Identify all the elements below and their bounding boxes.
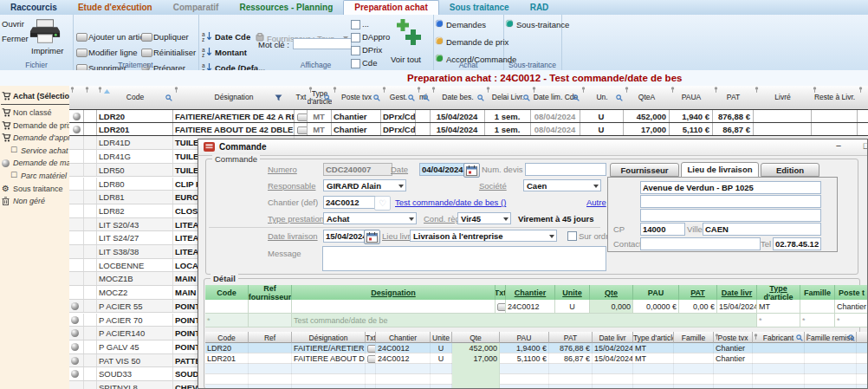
entry-cell-famille[interactable]: [800, 300, 835, 314]
detail-row-ldr201[interactable]: LDR201FAITIERE ABOUT DE 42 DB24C0012U17,…: [205, 353, 868, 364]
list-header-famille-remise[interactable]: Famille remise: [805, 332, 857, 343]
entry-cell-famille[interactable]: *: [800, 314, 835, 327]
cp-field[interactable]: [640, 223, 685, 236]
address-line1-field[interactable]: [640, 181, 821, 194]
ville-field[interactable]: [703, 223, 821, 236]
list-header-famille[interactable]: Famille: [674, 332, 714, 343]
entry-cell-pau[interactable]: 0,0000 €: [633, 300, 679, 314]
address-line3-field[interactable]: [640, 209, 821, 222]
entry-header-txt[interactable]: Txt: [496, 285, 506, 300]
societe-select[interactable]: Caen: [523, 179, 601, 191]
table-row-ldr20[interactable]: LDR20FAITIERE/ARETIER DE 42 A RECO...MTC…: [69, 109, 868, 123]
list-header-date-livr[interactable]: Date livr: [593, 332, 633, 343]
contact-field[interactable]: [640, 237, 761, 250]
address-line2-field[interactable]: [640, 195, 821, 208]
column-header-d-signation[interactable]: Désignation: [173, 86, 295, 110]
tab-preparation-achat[interactable]: Preparation achat: [343, 0, 438, 16]
sidebar-item-non-g-r[interactable]: Non géré: [0, 196, 71, 208]
column-header-txt[interactable]: Txt: [295, 86, 308, 110]
minimize-button[interactable]: −: [829, 140, 848, 153]
autre-link[interactable]: Autre: [586, 198, 606, 207]
tab-fournisseur[interactable]: Fournisseur: [610, 163, 679, 177]
tab-raccourcis[interactable]: Raccourcis: [0, 1, 68, 16]
entry-header-date-livr[interactable]: Date livr: [717, 285, 757, 300]
numero-field[interactable]: [323, 163, 392, 176]
entry-cell-des[interactable]: [292, 300, 496, 314]
list-header-d-signation[interactable]: Désignation: [292, 332, 366, 343]
column-header-gest[interactable]: Gest.: [381, 86, 417, 110]
column-header-type-d-article[interactable]: Type d'article: [308, 86, 333, 110]
open-button[interactable]: Ouvrir: [2, 19, 24, 29]
sur-ordre-checkbox[interactable]: [567, 231, 577, 241]
close-button[interactable]: Fermer: [2, 34, 29, 43]
entry-header-code[interactable]: Code: [205, 285, 249, 300]
detail-row-empty-2[interactable]: [205, 364, 868, 374]
tab-rad[interactable]: RAD: [520, 1, 560, 16]
filter-checkbox-[interactable]: [351, 20, 360, 29]
entry-cell-txt[interactable]: [496, 300, 506, 314]
column-header-date-lim-cde[interactable]: Date lim. Cde: [531, 86, 581, 110]
sidebar-item-service-achat[interactable]: ☐Service achat: [0, 146, 71, 158]
cond-regl-select[interactable]: Vir45: [457, 212, 511, 224]
toolbar-button-r-initialiser[interactable]: Réinitialiser: [139, 46, 197, 58]
sidebar-header[interactable]: Achat (Sélectionner: [0, 91, 71, 103]
tab-sous-traitance[interactable]: Sous traitance: [439, 1, 520, 16]
print-button[interactable]: Imprimer: [31, 46, 63, 55]
sidebar-item-demande-de-prix-com[interactable]: Demande de prix/com: [0, 120, 71, 133]
responsable-select[interactable]: GIRARD Alain: [323, 179, 406, 191]
column-header-qtea[interactable]: QteA: [624, 86, 670, 110]
column-header-reste-livr[interactable]: Reste à Livr.: [812, 86, 858, 110]
status-option-demande-de-prix[interactable]: Demande de prix: [435, 36, 502, 48]
entry-cell-qte[interactable]: 0,000: [590, 300, 633, 314]
entry-header-famille[interactable]: Famille: [800, 285, 835, 300]
sidebar-item-sous-traitance[interactable]: ⚙Sous traitance: [0, 184, 71, 196]
entry-cell-datelivr[interactable]: 15/04/2024: [717, 300, 757, 314]
column-header-poste-tvx[interactable]: Poste tvx: [332, 86, 382, 110]
list-header-unite[interactable]: Unite: [431, 332, 452, 343]
entry-cell-poste[interactable]: *: [835, 314, 868, 327]
entry-header-designation[interactable]: Designation: [292, 285, 496, 300]
entry-header-ref-fournisseur[interactable]: Ref fournisseur: [249, 285, 292, 300]
tab-etude-d-ex-cution[interactable]: Etude d'exécution: [68, 1, 163, 16]
entry-header-unite[interactable]: Unite: [555, 285, 590, 300]
date-livraison-calendar-button[interactable]: [364, 230, 380, 244]
list-header-pau[interactable]: PAU: [500, 332, 549, 343]
status-option-sous-traitance[interactable]: Sous-traitance: [505, 18, 560, 30]
entry-header-poste-t[interactable]: Poste t: [835, 285, 868, 300]
entry-cell-type[interactable]: *: [757, 314, 800, 327]
column-header-icon-1[interactable]: [84, 86, 98, 110]
column-header-delai-livr[interactable]: Delai Livr.: [485, 86, 532, 110]
entry-cell-code[interactable]: *: [205, 314, 249, 327]
column-header-icon-0[interactable]: [69, 86, 85, 110]
tab-edition[interactable]: Edition: [761, 163, 819, 177]
message-field[interactable]: [322, 246, 606, 271]
column-header-mi[interactable]: mi: [416, 86, 431, 110]
entry-cell-unite[interactable]: U: [555, 300, 590, 314]
detail-row-empty-3[interactable]: [205, 374, 868, 385]
column-header-code[interactable]: Code: [97, 86, 174, 110]
list-header-chantier[interactable]: Chantier: [376, 332, 431, 343]
tab-comparatif[interactable]: Comparatif: [163, 1, 230, 16]
list-header-qte[interactable]: Qte: [452, 332, 500, 343]
favorite-heart-icon[interactable]: ♡: [374, 196, 391, 211]
voir-tout-button[interactable]: Voir tout: [385, 16, 431, 67]
column-header-pat[interactable]: PAT: [713, 86, 755, 110]
list-header-ref[interactable]: Ref: [249, 332, 292, 343]
entry-cell-poste[interactable]: Chantier: [835, 300, 868, 314]
toolbar-button-dupliquer[interactable]: Dupliquer: [139, 30, 197, 42]
type-prestation-select[interactable]: Achat: [323, 212, 417, 224]
entry-cell-code[interactable]: [205, 300, 249, 314]
status-option-demandes[interactable]: Demandes: [435, 18, 502, 30]
entry-cell-type[interactable]: MT: [757, 300, 800, 314]
entry-cell-pat[interactable]: 0,00 €: [679, 300, 717, 314]
detail-row-ldr20[interactable]: LDR20FAITIERE/ARETIER DE 42 A24C0012U452…: [205, 343, 868, 353]
sidebar-item-demande-d-appro[interactable]: Demande d'appro.: [0, 133, 71, 145]
entry-cell-ref[interactable]: [249, 300, 292, 314]
toolbar-button-modifier-ligne[interactable]: Modifier ligne: [74, 46, 137, 58]
entry-header-pau[interactable]: PAU: [633, 285, 679, 300]
detail-row-empty-4[interactable]: [205, 385, 868, 389]
motcle-input[interactable]: [293, 38, 352, 49]
chantier-link[interactable]: Test commande/date de bes (): [395, 198, 506, 207]
list-header-fabricant[interactable]: Fabricant: [753, 332, 805, 343]
list-header-blank[interactable]: [857, 332, 868, 343]
